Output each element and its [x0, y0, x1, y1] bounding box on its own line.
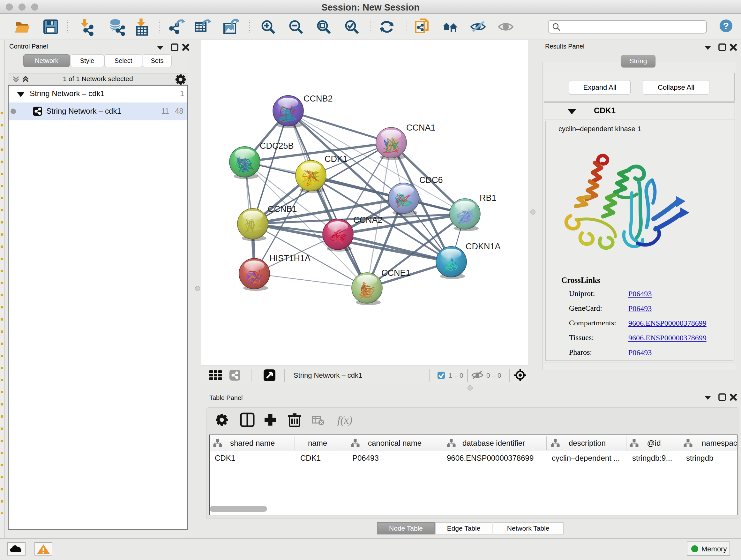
svg-text:CDC25B: CDC25B — [260, 141, 294, 151]
svg-text:CCNB1: CCNB1 — [268, 204, 297, 214]
svg-text:CCNA1: CCNA1 — [406, 123, 435, 132]
svg-text:0 – 0: 0 – 0 — [486, 372, 501, 379]
svg-text:HIST1H1A: HIST1H1A — [269, 253, 311, 263]
svg-text:String Network – cdk1: String Network – cdk1 — [293, 371, 362, 379]
svg-text:CDC6: CDC6 — [419, 175, 443, 185]
svg-text:CCNE1: CCNE1 — [381, 268, 411, 278]
svg-text:CCNA2: CCNA2 — [353, 215, 383, 225]
svg-text:CCNB2: CCNB2 — [304, 94, 333, 104]
svg-text:RB1: RB1 — [480, 193, 496, 203]
svg-text:CDK1: CDK1 — [325, 154, 347, 164]
svg-text:1 – 0: 1 – 0 — [448, 372, 463, 379]
svg-text:CDKN1A: CDKN1A — [466, 242, 501, 251]
svg-text:f(x): f(x) — [337, 414, 352, 426]
